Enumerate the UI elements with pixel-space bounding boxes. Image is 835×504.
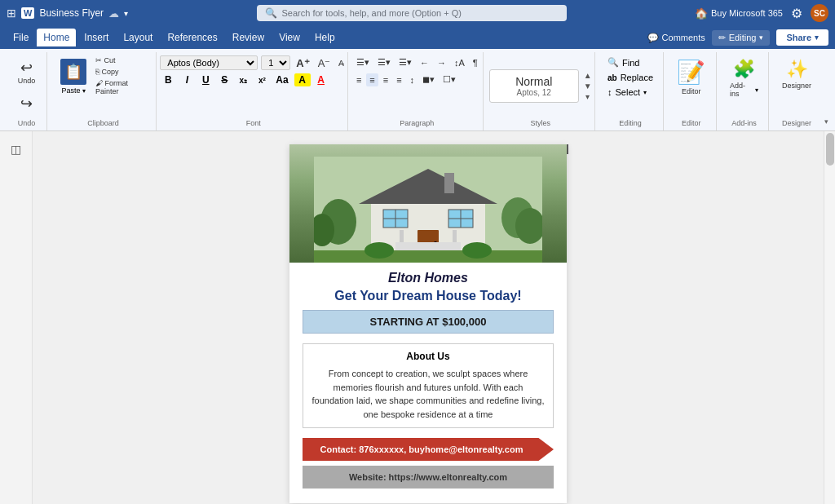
- comments-button[interactable]: 💬 Comments: [647, 33, 705, 43]
- font-grow-button[interactable]: A⁺: [294, 56, 311, 70]
- designer-button[interactable]: ✨ Designer: [777, 55, 816, 93]
- paragraph-row2: ≡ ≡ ≡ ≡ ↕ ◼▾ ☐▾: [353, 73, 459, 86]
- sidebar-toggle-button[interactable]: ◫: [5, 138, 28, 161]
- app-grid-icon[interactable]: ⊞: [7, 7, 16, 20]
- menu-bar-right: 💬 Comments ✏ Editing ▾ Share ▾: [647, 29, 828, 46]
- about-box: About Us From concept to creation, we sc…: [303, 343, 554, 428]
- font-family-select[interactable]: Aptos (Body): [160, 55, 258, 70]
- find-button[interactable]: 🔍 Find: [604, 55, 643, 69]
- font-color-button[interactable]: A: [313, 73, 329, 86]
- line-spacing-button[interactable]: ↕: [407, 73, 418, 86]
- select-label: Select: [616, 87, 641, 97]
- about-text: From concept to creation, we sculpt spac…: [311, 367, 545, 421]
- undo-group-label: Undo: [18, 119, 36, 130]
- editor-group-content: 📝 Editor: [670, 52, 712, 119]
- undo-group: ↩ Undo ↩ Undo: [7, 52, 47, 130]
- replace-label: Replace: [621, 73, 653, 82]
- font-size-select[interactable]: 12: [261, 55, 290, 70]
- font-clear-button[interactable]: A̶: [336, 58, 347, 69]
- paste-button[interactable]: 📋 Paste ▾: [55, 55, 91, 98]
- addins-button[interactable]: 🧩 Add-ins ▾: [725, 55, 763, 101]
- cut-button[interactable]: ✂ Cut: [93, 55, 151, 65]
- menu-layout[interactable]: Layout: [117, 29, 159, 46]
- clipboard-group: 📋 Paste ▾ ✂ Cut ⎘ Copy 🖌 Format Painter …: [51, 52, 157, 130]
- share-label: Share: [786, 33, 811, 42]
- strikethrough-button[interactable]: S: [216, 73, 232, 86]
- price-banner: STARTING AT $100,000: [303, 310, 554, 334]
- settings-icon[interactable]: ⚙: [791, 6, 802, 21]
- menu-view[interactable]: View: [272, 29, 307, 46]
- font-group-content: Aptos (Body) 12 A⁺ A⁻ A̶ B I U S x₂ x²: [160, 52, 347, 119]
- underline-button[interactable]: U: [197, 73, 214, 86]
- share-button[interactable]: Share ▾: [776, 29, 828, 46]
- highlight-button[interactable]: A: [294, 73, 311, 86]
- editor-group: 📝 Editor Editor: [667, 52, 717, 130]
- sort-button[interactable]: ↕A: [451, 56, 468, 69]
- about-title: About Us: [311, 351, 545, 362]
- italic-button[interactable]: I: [179, 73, 195, 86]
- svg-point-21: [462, 242, 492, 259]
- numbering-button[interactable]: ☰▾: [374, 55, 394, 69]
- align-right-button[interactable]: ≡: [380, 73, 391, 86]
- editing-label: Editing: [729, 33, 757, 42]
- title-bar: ⊞ W Business Flyer ☁ ▾ 🔍 🏠 Buy Microsoft…: [0, 0, 835, 26]
- menu-references[interactable]: References: [161, 29, 223, 46]
- font-shrink-button[interactable]: A⁻: [316, 56, 334, 70]
- editor-group-footer: Editor: [682, 119, 701, 130]
- svg-rect-19: [314, 250, 542, 263]
- normal-style-label: Normal: [515, 75, 552, 88]
- user-avatar[interactable]: SC: [811, 4, 828, 22]
- borders-button[interactable]: ☐▾: [440, 73, 459, 86]
- bullets-button[interactable]: ☰▾: [353, 55, 373, 69]
- search-input[interactable]: [282, 8, 559, 18]
- editor-button[interactable]: 📝 Editor: [670, 55, 712, 99]
- redo-button[interactable]: ↩: [17, 91, 36, 116]
- addins-group: 🧩 Add-ins ▾ Add-ins: [720, 52, 769, 130]
- title-dropdown-arrow[interactable]: ▾: [124, 9, 128, 18]
- clipboard-group-content: 📋 Paste ▾ ✂ Cut ⎘ Copy 🖌 Format Painter: [55, 52, 151, 119]
- align-left-button[interactable]: ≡: [353, 73, 364, 86]
- ms365-icon: 🏠: [695, 7, 708, 20]
- align-center-button[interactable]: ≡: [366, 73, 378, 86]
- case-button[interactable]: Aa: [272, 73, 291, 86]
- superscript-button[interactable]: x²: [254, 75, 270, 86]
- company-name: Elton Homes: [303, 271, 554, 285]
- search-box[interactable]: 🔍: [257, 5, 567, 21]
- comments-label: Comments: [662, 33, 705, 42]
- select-button[interactable]: ↕ Select ▾: [604, 86, 650, 99]
- designer-icon: ✨: [786, 59, 808, 80]
- menu-home[interactable]: Home: [37, 29, 76, 46]
- font-row1: Aptos (Body) 12 A⁺ A⁻ A̶: [160, 55, 347, 70]
- styles-dropdown-button[interactable]: ▾: [585, 92, 590, 101]
- editing-mode-button[interactable]: ✏ Editing ▾: [712, 30, 771, 46]
- multilevel-button[interactable]: ☰▾: [395, 55, 415, 69]
- styles-down-button[interactable]: ▼: [584, 82, 592, 91]
- editing-group-label: Editing: [619, 119, 642, 130]
- menu-review[interactable]: Review: [226, 29, 271, 46]
- replace-button[interactable]: ab Replace: [604, 71, 656, 84]
- addins-group-content: 🧩 Add-ins ▾: [725, 52, 763, 119]
- ms365-button[interactable]: 🏠 Buy Microsoft 365: [695, 7, 783, 20]
- scrollbar-thumb[interactable]: [826, 133, 834, 166]
- menu-insert[interactable]: Insert: [77, 29, 115, 46]
- styles-group-label: Styles: [530, 119, 550, 130]
- paragraph-group-content: ☰▾ ☰▾ ☰▾ ← → ↕A ¶ ≡ ≡ ≡ ≡ ↕ ◼▾ ☐▾: [353, 52, 481, 119]
- shading-button[interactable]: ◼▾: [419, 73, 438, 86]
- addins-icon: 🧩: [733, 59, 755, 80]
- cloud-icon[interactable]: ☁: [108, 7, 119, 20]
- vertical-scrollbar[interactable]: [824, 131, 835, 504]
- justify-button[interactable]: ≡: [393, 73, 404, 86]
- menu-file[interactable]: File: [7, 29, 35, 46]
- subscript-button[interactable]: x₂: [235, 75, 251, 86]
- increase-indent-button[interactable]: →: [434, 56, 449, 69]
- bold-button[interactable]: B: [160, 73, 176, 86]
- ribbon-more-button[interactable]: ▾: [824, 117, 828, 126]
- menu-help[interactable]: Help: [308, 29, 342, 46]
- undo-button[interactable]: ↩ Undo: [15, 55, 39, 88]
- copy-button[interactable]: ⎘ Copy: [93, 67, 151, 77]
- styles-up-button[interactable]: ▲: [584, 71, 592, 80]
- styles-group: Normal Aptos, 12 ▲ ▼ ▾ Styles: [487, 52, 595, 130]
- format-painter-button[interactable]: 🖌 Format Painter: [93, 78, 151, 96]
- decrease-indent-button[interactable]: ←: [417, 56, 432, 69]
- show-formatting-button[interactable]: ¶: [470, 56, 481, 69]
